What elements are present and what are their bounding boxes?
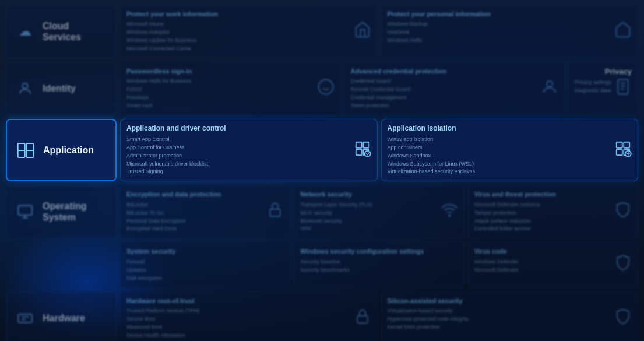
card-win-security-config[interactable]: Windows security configuration settings …	[294, 242, 464, 287]
card-virus-code-title: Virus code	[474, 247, 632, 255]
identity-icon	[15, 78, 36, 99]
list-item: Smart card	[126, 102, 335, 110]
card-network-sec-title: Network security	[300, 190, 458, 198]
card-network-sec-items: Transport Layer Security (TLS) Wi-Fi sec…	[300, 201, 458, 234]
list-item: Controlled folder access	[474, 225, 632, 233]
list-item: Administrator protection	[126, 152, 371, 160]
os-system-cards: System security Firewall Updates Disk en…	[120, 242, 638, 287]
cat-identity-label: Identity	[43, 83, 76, 94]
list-item: Firewall	[126, 258, 284, 266]
svg-point-25	[448, 215, 450, 217]
list-item: Windows Subsystem for Linux (WSL)	[388, 160, 632, 168]
app-control-icon	[354, 140, 371, 161]
card-encryption-items: BitLocker BitLocker To Go Personal Data …	[126, 201, 284, 234]
list-item: Measured Boot	[126, 324, 371, 332]
card-network-sec[interactable]: Network security Transport Layer Securit…	[294, 185, 464, 238]
svg-point-4	[547, 81, 552, 87]
card-virus-threat-title: Virus and threat protection	[474, 190, 632, 198]
card-encryption[interactable]: Encryption and data protection BitLocker…	[120, 185, 290, 238]
hardware-cards: Hardware root-of-trust Trusted Platform …	[120, 291, 638, 341]
card-protect-personal[interactable]: Protect your personal information Window…	[381, 5, 639, 58]
row-os-system: System security Firewall Updates Disk en…	[120, 242, 638, 287]
card-system-sec-items: Firewall Updates Disk encryption	[126, 258, 284, 283]
list-item: Security benchmarks	[300, 266, 458, 275]
card-silicon-title: Silicon-assisted security	[388, 297, 632, 305]
card-passwordless[interactable]: Passwordless sign-in Windows Hello for B…	[120, 62, 341, 115]
card-advanced-cred-title: Advanced credential protection	[351, 67, 559, 75]
list-item: Windows Hello	[388, 37, 632, 45]
list-item: Personal Data Encryption	[126, 217, 284, 226]
list-item: Hypervisor-protected code integrity	[388, 315, 632, 324]
cat-application: Application	[6, 119, 117, 181]
list-item: Microsoft Defender Antivirus	[474, 201, 632, 209]
card-protect-personal-items: Windows Backup OneDrive Windows Hello	[388, 20, 632, 45]
svg-rect-12	[26, 150, 33, 157]
cat-hardware-label: Hardware	[43, 312, 85, 324]
row-application: Application Application and driver contr…	[6, 119, 638, 181]
cat-hardware: Hardware	[6, 291, 117, 341]
lock2-icon	[354, 308, 371, 329]
list-item: VPN	[300, 225, 458, 233]
row-os: Operating System Encryption and data pro…	[6, 185, 638, 238]
card-app-isolation-items: Win32 app isolation App containers Windo…	[388, 136, 632, 177]
list-item: Windows Defender	[474, 258, 632, 266]
cat-identity: Identity	[6, 62, 117, 115]
application-icon	[15, 140, 36, 161]
card-protect-work[interactable]: Protect your work information Microsoft …	[120, 5, 378, 58]
svg-rect-20	[617, 149, 622, 155]
list-item: Device Health Attestation	[126, 332, 371, 340]
card-system-security-title: System security	[126, 247, 284, 255]
svg-point-0	[22, 83, 27, 89]
card-advanced-cred-items: Credential Guard Remote Credential Guard…	[351, 78, 559, 110]
list-item: Kernel DMA protection	[388, 324, 632, 332]
card-virus-threat[interactable]: Virus and threat protection Microsoft De…	[468, 185, 638, 238]
card-hw-root-trust[interactable]: Hardware root-of-trust Trusted Platform …	[120, 291, 378, 341]
svg-rect-5	[618, 80, 628, 94]
list-item: Tamper protection	[474, 209, 632, 217]
card-silicon-items: Virtualization-based security Hypervisor…	[388, 307, 632, 332]
list-item: Credential Guard	[351, 78, 559, 86]
card-advanced-cred[interactable]: Advanced credential protection Credentia…	[344, 62, 565, 115]
list-item: Virtualization-based security	[388, 307, 632, 315]
os-cards: Encryption and data protection BitLocker…	[120, 185, 638, 238]
list-item: Trusted Signing	[126, 168, 371, 176]
list-item: Secure Boot	[126, 315, 371, 324]
list-item: OneDrive	[388, 29, 632, 37]
row-identity: Identity Passwordless sign-in Windows He…	[6, 62, 638, 115]
card-virus-threat-items: Microsoft Defender Antivirus Tamper prot…	[474, 201, 632, 234]
home2-icon	[614, 21, 632, 42]
svg-rect-27	[357, 315, 368, 323]
shield2-icon	[614, 254, 632, 275]
privacy-label: Privacy	[575, 67, 632, 76]
card-system-security[interactable]: System security Firewall Updates Disk en…	[120, 242, 290, 287]
card-silicon-security[interactable]: Silicon-assisted security Virtualization…	[381, 291, 639, 341]
cat-cloud-label: Cloud Services	[43, 20, 108, 43]
card-app-driver-title: Application and driver control	[126, 124, 371, 133]
card-protect-personal-title: Protect your personal information	[388, 10, 632, 18]
person-icon	[541, 78, 558, 99]
cloud-cards: Protect your work information Microsoft …	[120, 5, 638, 58]
card-virus-code[interactable]: Virus code Windows Defender Microsoft De…	[468, 242, 638, 287]
list-item: Wi-Fi security	[300, 209, 458, 217]
list-item: Windows Sandbox	[388, 152, 632, 160]
card-protect-work-items: Microsoft Intune Windows Autopilot Windo…	[126, 20, 371, 53]
list-item: Updates	[126, 266, 284, 275]
list-item: Token protection	[351, 102, 559, 110]
list-item: Win32 app isolation	[388, 136, 632, 144]
card-app-driver-control[interactable]: Application and driver control Smart App…	[120, 119, 378, 181]
svg-rect-23	[18, 206, 31, 215]
svg-rect-18	[617, 142, 622, 147]
wifi-icon	[441, 201, 458, 222]
list-item: Attack surface reduction	[474, 217, 632, 226]
cloud-icon: ☁	[15, 21, 36, 42]
svg-rect-24	[270, 209, 281, 217]
list-item: Microsoft Intune	[126, 20, 371, 29]
list-item: Windows Autopilot	[126, 29, 371, 37]
card-privacy[interactable]: Privacy Privacy settings Diagnostic data	[568, 62, 638, 115]
list-item: Trusted Platform Module (TPM)	[126, 307, 371, 315]
svg-rect-13	[356, 142, 361, 147]
list-item: Encrypted Hard Drive	[126, 225, 284, 233]
card-app-isolation-title: Application isolation	[388, 124, 632, 133]
card-app-isolation[interactable]: Application isolation Win32 app isolatio…	[381, 119, 639, 181]
privacy-icon	[614, 78, 632, 99]
